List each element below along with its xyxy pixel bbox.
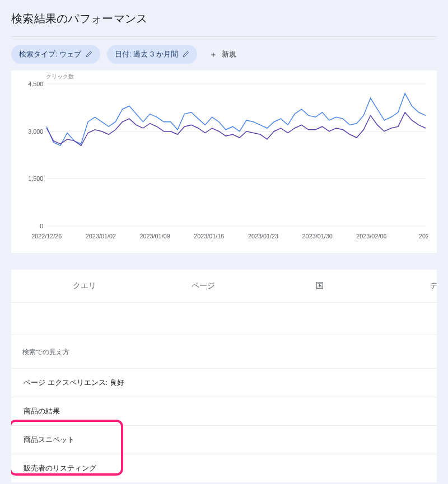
filter-chip-date[interactable]: 日付: 過去 3 か月間 [107, 45, 197, 64]
pencil-icon [86, 51, 92, 58]
add-filter-label: 新規 [222, 49, 236, 59]
add-filter-button[interactable]: ＋ 新規 [204, 45, 242, 64]
chart-card: クリック数 01,5003,0004,5002022/12/262023/01/… [11, 71, 437, 253]
chart-subtitle: クリック数 [20, 71, 428, 81]
filter-chip-searchtype[interactable]: 検索タイプ: ウェブ [11, 45, 100, 64]
svg-text:2023/01/30: 2023/01/30 [302, 233, 333, 239]
dimensions-panel: クエリ ページ 国 デ 検索での見え方 ページ エクスペリエンス: 良好 商品の… [11, 270, 437, 482]
svg-text:2023/01/23: 2023/01/23 [248, 233, 278, 239]
svg-text:2023: 2023 [419, 233, 428, 239]
svg-text:0: 0 [40, 223, 43, 229]
svg-text:1,500: 1,500 [28, 175, 43, 182]
appearance-section-label: 検索での見え方 [11, 335, 437, 368]
page-title: 検索結果のパフォーマンス [0, 0, 448, 36]
appearance-row-product-snippets[interactable]: 商品スニペット [11, 425, 437, 454]
svg-text:4,500: 4,500 [28, 81, 43, 87]
tab-pages[interactable]: ページ [113, 281, 232, 291]
filter-chip-label: 検索タイプ: ウェブ [19, 49, 81, 59]
filter-chip-label: 日付: 過去 3 か月間 [115, 49, 178, 59]
svg-text:2023/01/02: 2023/01/02 [86, 233, 116, 239]
chart-plot-area: 01,5003,0004,5002022/12/262023/01/022023… [20, 81, 428, 243]
dimension-tabs: クエリ ページ 国 デ [11, 270, 437, 302]
appearance-row-product-results[interactable]: 商品の結果 [11, 397, 437, 425]
pencil-icon [183, 51, 189, 58]
appearance-row-page-experience[interactable]: ページ エクスペリエンス: 良好 [11, 368, 437, 397]
svg-text:2022/12/26: 2022/12/26 [31, 233, 62, 239]
plus-icon: ＋ [209, 50, 217, 58]
tab-devices[interactable]: デ [340, 281, 437, 291]
svg-text:2023/02/06: 2023/02/06 [356, 233, 386, 239]
empty-row [11, 302, 437, 335]
svg-text:2023/01/09: 2023/01/09 [140, 233, 170, 239]
tab-queries[interactable]: クエリ [11, 281, 113, 291]
svg-text:2023/01/16: 2023/01/16 [194, 233, 224, 239]
divider [11, 36, 437, 37]
appearance-row-merchant-listings[interactable]: 販売者のリスティング [11, 454, 437, 482]
line-chart: 01,5003,0004,5002022/12/262023/01/022023… [20, 81, 428, 243]
svg-text:3,000: 3,000 [28, 128, 43, 135]
filter-bar: 検索タイプ: ウェブ 日付: 過去 3 か月間 ＋ 新規 [0, 45, 448, 71]
tab-countries[interactable]: 国 [232, 281, 340, 291]
